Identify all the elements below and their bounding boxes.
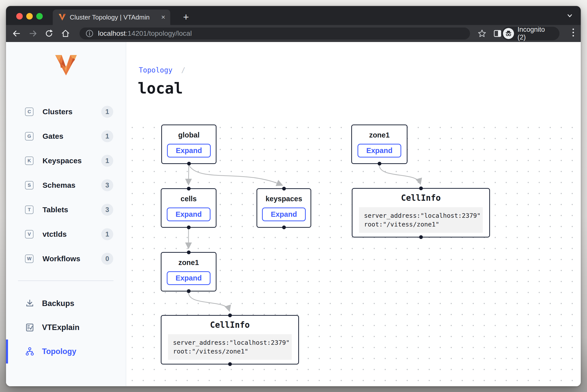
url-host: localhost <box>98 30 126 37</box>
count-badge: 0 <box>101 253 113 265</box>
sidebar: C Clusters 1 G Gates 1 K Keyspaces 1 S S… <box>6 42 126 386</box>
expand-button[interactable]: Expand <box>167 208 210 221</box>
node-title: CellInfo <box>401 193 441 203</box>
reload-icon[interactable] <box>44 28 54 39</box>
count-badge: 3 <box>101 179 113 191</box>
node-cellinfo-zone1[interactable]: CellInfo server_address:"localhost:2379"… <box>352 188 490 238</box>
sidebar-tools: Backups VTExplain <box>6 292 126 364</box>
active-indicator <box>6 340 8 364</box>
sidebar-item-backups[interactable]: Backups <box>6 292 126 316</box>
window-zoom-button[interactable] <box>36 13 43 20</box>
tab-close-icon[interactable]: × <box>161 14 165 21</box>
port-dot <box>187 289 190 293</box>
url-path: :14201/topology/local <box>126 30 192 37</box>
browser-menu-icon[interactable] <box>572 28 574 36</box>
incognito-label: Incognito (2) <box>518 26 555 41</box>
back-icon[interactable] <box>11 28 22 39</box>
url-text: localhost:14201/topology/local <box>98 30 192 38</box>
node-cellinfo-zone1-lower[interactable]: CellInfo server_address:"localhost:2379"… <box>161 315 299 364</box>
main-panel: Topology / local global Expa <box>126 42 581 386</box>
topology-icon <box>25 347 34 356</box>
browser-window: Cluster Topology | VTAdmin × + <box>6 6 581 386</box>
tablets-icon: T <box>25 206 34 214</box>
sidebar-item-keyspaces[interactable]: K Keyspaces 1 <box>6 148 126 173</box>
tab-search-chevron-icon[interactable] <box>566 12 574 20</box>
bookmark-star-icon[interactable] <box>476 28 488 39</box>
tab-strip: Cluster Topology | VTAdmin × + <box>6 6 581 25</box>
sidebar-item-vtctlds[interactable]: V vtctlds 1 <box>6 222 126 246</box>
workflows-icon: W <box>25 254 34 263</box>
port-dot <box>187 226 190 229</box>
sidebar-item-vtexplain[interactable]: VTExplain <box>6 316 126 340</box>
count-badge: 1 <box>101 155 113 167</box>
node-title: zone1 <box>178 258 199 267</box>
forward-icon[interactable] <box>28 28 38 39</box>
sidebar-item-workflows[interactable]: W Workflows 0 <box>6 246 126 271</box>
home-icon[interactable] <box>60 28 71 39</box>
page-info-icon[interactable] <box>86 30 94 38</box>
browser-toolbar: localhost:14201/topology/local <box>6 25 581 42</box>
url-bar[interactable]: localhost:14201/topology/local <box>80 28 470 40</box>
node-title: cells <box>180 195 197 203</box>
node-title: CellInfo <box>210 320 250 330</box>
node-zone1-global[interactable]: zone1 Expand <box>351 124 408 164</box>
clusters-icon: C <box>25 108 34 116</box>
sidebar-divider <box>18 280 114 281</box>
count-badge: 1 <box>101 130 113 142</box>
incognito-icon <box>503 28 514 39</box>
count-badge: 1 <box>101 106 113 118</box>
page-content: C Clusters 1 G Gates 1 K Keyspaces 1 S S… <box>6 42 581 386</box>
port-dot <box>282 187 286 190</box>
sidebar-item-topology[interactable]: Topology <box>6 340 126 364</box>
expand-button[interactable]: Expand <box>167 271 210 285</box>
port-dot <box>282 226 286 229</box>
vtctlds-icon: V <box>25 230 34 238</box>
node-global[interactable]: global Expand <box>161 124 216 164</box>
expand-button[interactable]: Expand <box>262 208 306 221</box>
port-dot <box>378 162 381 166</box>
port-dot <box>187 162 191 166</box>
node-cells[interactable]: cells Expand <box>161 188 216 228</box>
sidebar-nav: C Clusters 1 G Gates 1 K Keyspaces 1 S S… <box>6 100 126 271</box>
gates-icon: G <box>25 132 34 140</box>
document-check-icon <box>25 323 34 332</box>
port-dot <box>187 187 190 190</box>
incognito-profile-badge[interactable]: Incognito (2) <box>502 27 560 40</box>
port-dot <box>419 235 423 239</box>
download-icon <box>25 299 34 308</box>
node-title: keyspaces <box>266 195 302 203</box>
tab-title: Cluster Topology | VTAdmin <box>70 14 157 21</box>
cellinfo-code: server_address:"localhost:2379" root:"/v… <box>168 334 292 360</box>
sidebar-item-tablets[interactable]: T Tablets 3 <box>6 198 126 222</box>
schemas-icon: S <box>25 181 34 190</box>
node-zone1-cells[interactable]: zone1 Expand <box>161 252 216 292</box>
node-keyspaces[interactable]: keyspaces Expand <box>256 188 311 228</box>
expand-button[interactable]: Expand <box>167 144 211 158</box>
sidebar-item-schemas[interactable]: S Schemas 3 <box>6 173 126 198</box>
expand-button[interactable]: Expand <box>358 144 401 158</box>
port-dot <box>187 250 190 254</box>
port-dot <box>419 186 423 190</box>
port-dot <box>228 362 232 366</box>
count-badge: 1 <box>101 228 113 240</box>
count-badge: 3 <box>101 204 113 216</box>
node-title: global <box>178 131 200 139</box>
node-title: zone1 <box>369 131 390 139</box>
port-dot <box>228 314 232 317</box>
window-close-button[interactable] <box>16 13 23 20</box>
sidebar-item-gates[interactable]: G Gates 1 <box>6 124 126 148</box>
keyspaces-icon: K <box>25 156 34 165</box>
browser-tab[interactable]: Cluster Topology | VTAdmin × <box>53 10 170 25</box>
vitess-favicon <box>59 14 66 21</box>
cellinfo-code: server_address:"localhost:2379" root:"/v… <box>359 207 483 233</box>
sidebar-item-clusters[interactable]: C Clusters 1 <box>6 100 126 124</box>
window-minimize-button[interactable] <box>26 13 33 20</box>
vitess-logo[interactable] <box>55 55 77 76</box>
new-tab-button[interactable]: + <box>181 12 191 22</box>
